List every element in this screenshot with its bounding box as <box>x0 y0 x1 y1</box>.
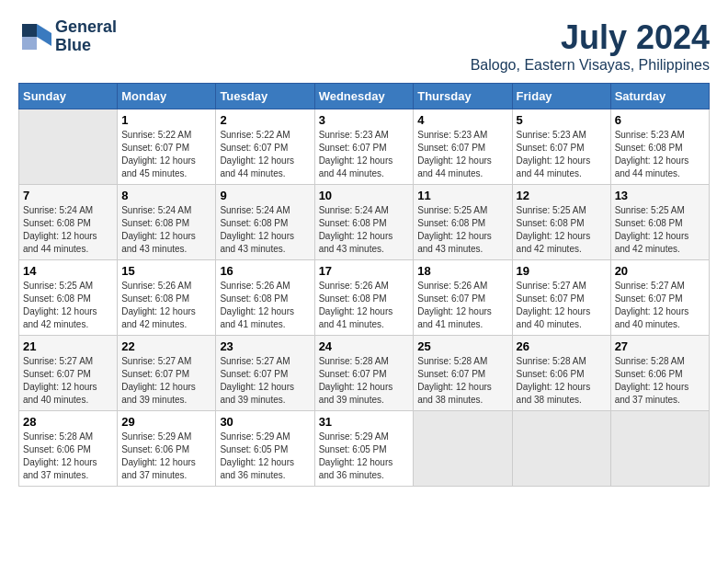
calendar-cell: 6Sunrise: 5:23 AM Sunset: 6:08 PM Daylig… <box>610 109 709 185</box>
weekday-header: Sunday <box>19 84 118 109</box>
day-info: Sunrise: 5:26 AM Sunset: 6:07 PM Dayligh… <box>417 280 507 331</box>
day-number: 3 <box>319 113 410 127</box>
day-info: Sunrise: 5:23 AM Sunset: 6:07 PM Dayligh… <box>319 129 410 180</box>
calendar-cell: 25Sunrise: 5:28 AM Sunset: 6:07 PM Dayli… <box>414 336 512 411</box>
calendar-cell: 18Sunrise: 5:26 AM Sunset: 6:07 PM Dayli… <box>414 260 512 336</box>
day-number: 25 <box>417 339 507 353</box>
calendar-cell: 29Sunrise: 5:29 AM Sunset: 6:06 PM Dayli… <box>118 411 216 487</box>
day-number: 14 <box>23 264 113 278</box>
day-info: Sunrise: 5:25 AM Sunset: 6:08 PM Dayligh… <box>615 204 705 256</box>
day-info: Sunrise: 5:28 AM Sunset: 6:06 PM Dayligh… <box>615 355 705 407</box>
logo: General Blue <box>18 18 117 55</box>
day-info: Sunrise: 5:29 AM Sunset: 6:05 PM Dayligh… <box>319 431 410 482</box>
calendar-week-row: 28Sunrise: 5:28 AM Sunset: 6:06 PM Dayli… <box>19 411 710 487</box>
title-area: July 2024 Balogo, Eastern Visayas, Phili… <box>471 18 710 74</box>
calendar-cell: 30Sunrise: 5:29 AM Sunset: 6:05 PM Dayli… <box>216 411 314 487</box>
day-info: Sunrise: 5:27 AM Sunset: 6:07 PM Dayligh… <box>615 280 705 331</box>
day-number: 30 <box>220 415 310 429</box>
calendar-cell: 2Sunrise: 5:22 AM Sunset: 6:07 PM Daylig… <box>216 109 314 185</box>
calendar-cell: 1Sunrise: 5:22 AM Sunset: 6:07 PM Daylig… <box>118 109 216 185</box>
calendar-week-row: 21Sunrise: 5:27 AM Sunset: 6:07 PM Dayli… <box>19 336 710 411</box>
calendar-cell: 22Sunrise: 5:27 AM Sunset: 6:07 PM Dayli… <box>118 336 216 411</box>
calendar-cell: 23Sunrise: 5:27 AM Sunset: 6:07 PM Dayli… <box>216 336 314 411</box>
calendar-cell <box>414 411 512 487</box>
day-number: 31 <box>319 415 410 429</box>
day-info: Sunrise: 5:27 AM Sunset: 6:07 PM Dayligh… <box>23 355 113 407</box>
calendar-week-row: 7Sunrise: 5:24 AM Sunset: 6:08 PM Daylig… <box>19 185 710 260</box>
calendar-cell: 10Sunrise: 5:24 AM Sunset: 6:08 PM Dayli… <box>314 185 414 260</box>
calendar-week-row: 14Sunrise: 5:25 AM Sunset: 6:08 PM Dayli… <box>19 260 710 336</box>
day-info: Sunrise: 5:23 AM Sunset: 6:07 PM Dayligh… <box>517 129 607 180</box>
day-info: Sunrise: 5:22 AM Sunset: 6:07 PM Dayligh… <box>121 129 211 180</box>
weekday-header: Wednesday <box>314 84 414 109</box>
day-number: 22 <box>121 339 211 353</box>
day-number: 8 <box>121 189 211 202</box>
day-number: 16 <box>220 264 310 278</box>
day-info: Sunrise: 5:23 AM Sunset: 6:08 PM Dayligh… <box>615 129 705 180</box>
day-number: 10 <box>319 189 410 202</box>
calendar-cell: 27Sunrise: 5:28 AM Sunset: 6:06 PM Dayli… <box>610 336 709 411</box>
day-number: 21 <box>23 339 113 353</box>
day-info: Sunrise: 5:28 AM Sunset: 6:07 PM Dayligh… <box>417 355 507 407</box>
day-info: Sunrise: 5:25 AM Sunset: 6:08 PM Dayligh… <box>417 204 507 256</box>
calendar-cell: 31Sunrise: 5:29 AM Sunset: 6:05 PM Dayli… <box>314 411 414 487</box>
calendar-cell: 3Sunrise: 5:23 AM Sunset: 6:07 PM Daylig… <box>314 109 414 185</box>
calendar-cell: 11Sunrise: 5:25 AM Sunset: 6:08 PM Dayli… <box>414 185 512 260</box>
day-number: 29 <box>121 415 211 429</box>
day-info: Sunrise: 5:24 AM Sunset: 6:08 PM Dayligh… <box>23 204 113 256</box>
calendar-cell: 17Sunrise: 5:26 AM Sunset: 6:08 PM Dayli… <box>314 260 414 336</box>
calendar-table: SundayMondayTuesdayWednesdayThursdayFrid… <box>18 83 710 487</box>
day-number: 2 <box>220 113 310 127</box>
calendar-cell: 7Sunrise: 5:24 AM Sunset: 6:08 PM Daylig… <box>19 185 118 260</box>
calendar-cell: 12Sunrise: 5:25 AM Sunset: 6:08 PM Dayli… <box>512 185 610 260</box>
calendar-cell: 14Sunrise: 5:25 AM Sunset: 6:08 PM Dayli… <box>19 260 118 336</box>
calendar-cell: 16Sunrise: 5:26 AM Sunset: 6:08 PM Dayli… <box>216 260 314 336</box>
calendar-cell <box>19 109 118 185</box>
calendar-cell <box>512 411 610 487</box>
day-number: 28 <box>23 415 113 429</box>
weekday-header: Saturday <box>610 84 709 109</box>
calendar-cell: 21Sunrise: 5:27 AM Sunset: 6:07 PM Dayli… <box>19 336 118 411</box>
day-info: Sunrise: 5:22 AM Sunset: 6:07 PM Dayligh… <box>220 129 310 180</box>
calendar-cell: 13Sunrise: 5:25 AM Sunset: 6:08 PM Dayli… <box>610 185 709 260</box>
day-info: Sunrise: 5:25 AM Sunset: 6:08 PM Dayligh… <box>517 204 607 256</box>
calendar-cell: 8Sunrise: 5:24 AM Sunset: 6:08 PM Daylig… <box>118 185 216 260</box>
day-number: 13 <box>615 189 705 202</box>
day-number: 6 <box>615 113 705 127</box>
day-info: Sunrise: 5:26 AM Sunset: 6:08 PM Dayligh… <box>319 280 410 331</box>
day-info: Sunrise: 5:28 AM Sunset: 6:06 PM Dayligh… <box>23 431 113 482</box>
calendar-cell <box>610 411 709 487</box>
weekday-header: Thursday <box>414 84 512 109</box>
day-number: 26 <box>517 339 607 353</box>
day-number: 5 <box>517 113 607 127</box>
header: General Blue July 2024 Balogo, Eastern V… <box>18 18 710 74</box>
day-info: Sunrise: 5:27 AM Sunset: 6:07 PM Dayligh… <box>121 355 211 407</box>
calendar-body: 1Sunrise: 5:22 AM Sunset: 6:07 PM Daylig… <box>19 109 710 487</box>
logo-text: General Blue <box>55 18 117 55</box>
day-info: Sunrise: 5:26 AM Sunset: 6:08 PM Dayligh… <box>220 280 310 331</box>
day-number: 24 <box>319 339 410 353</box>
day-number: 1 <box>121 113 211 127</box>
day-info: Sunrise: 5:24 AM Sunset: 6:08 PM Dayligh… <box>319 204 410 256</box>
weekday-header: Tuesday <box>216 84 314 109</box>
calendar-cell: 20Sunrise: 5:27 AM Sunset: 6:07 PM Dayli… <box>610 260 709 336</box>
calendar-cell: 15Sunrise: 5:26 AM Sunset: 6:08 PM Dayli… <box>118 260 216 336</box>
day-info: Sunrise: 5:29 AM Sunset: 6:06 PM Dayligh… <box>121 431 211 482</box>
calendar-cell: 26Sunrise: 5:28 AM Sunset: 6:06 PM Dayli… <box>512 336 610 411</box>
day-number: 7 <box>23 189 113 202</box>
location: Balogo, Eastern Visayas, Philippines <box>471 57 710 74</box>
day-number: 23 <box>220 339 310 353</box>
day-number: 9 <box>220 189 310 202</box>
calendar-cell: 24Sunrise: 5:28 AM Sunset: 6:07 PM Dayli… <box>314 336 414 411</box>
calendar-header: SundayMondayTuesdayWednesdayThursdayFrid… <box>19 84 710 109</box>
day-number: 11 <box>417 189 507 202</box>
day-number: 19 <box>517 264 607 278</box>
day-number: 12 <box>517 189 607 202</box>
svg-marker-3 <box>22 37 37 50</box>
svg-marker-2 <box>22 24 37 37</box>
day-info: Sunrise: 5:24 AM Sunset: 6:08 PM Dayligh… <box>121 204 211 256</box>
day-number: 15 <box>121 264 211 278</box>
month-year: July 2024 <box>471 18 710 57</box>
day-number: 20 <box>615 264 705 278</box>
day-info: Sunrise: 5:29 AM Sunset: 6:05 PM Dayligh… <box>220 431 310 482</box>
